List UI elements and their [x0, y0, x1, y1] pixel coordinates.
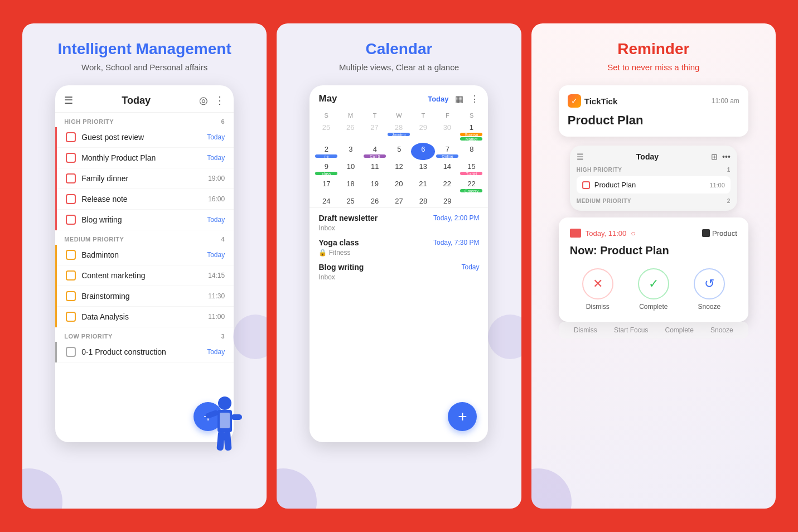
snooze-label: Snooze: [698, 303, 720, 311]
panel-reminder: Reminder Set to never miss a thing ✓ Tic…: [531, 23, 776, 509]
small-grid-icon[interactable]: ⊞: [711, 152, 718, 161]
notification-task-title: Product Plan: [568, 113, 644, 127]
task-checkbox[interactable]: [66, 194, 76, 204]
small-task-time: 11:00: [709, 182, 725, 188]
task-checkbox[interactable]: [66, 215, 76, 225]
task-item[interactable]: Blog writing Today: [57, 210, 234, 230]
task-checkbox[interactable]: [66, 270, 76, 280]
task-checkbox[interactable]: [66, 132, 76, 142]
calendar-header: May Today ▦ ⋮: [309, 85, 488, 110]
alert-meta: Today, 11:00 ○ Product: [570, 229, 737, 238]
app-logo: ✓ TickTick: [568, 94, 618, 108]
small-checkbox[interactable]: [582, 181, 590, 189]
agenda-item[interactable]: Yoga class Today, 7:30 PM 🔒 Fitness: [318, 238, 479, 257]
bottom-start-focus[interactable]: Start Focus: [614, 326, 648, 334]
low-priority-section: LOW PRIORITY 3: [55, 327, 234, 342]
task-item[interactable]: Family dinner 19:00: [57, 168, 234, 189]
agenda-item[interactable]: Blog writing Today Inbox: [318, 263, 479, 282]
ticktick-icon: ✓: [568, 94, 581, 108]
bottom-action-bar: Dismiss Start Focus Complete Snooze: [559, 322, 748, 338]
small-hamburger-icon[interactable]: ☰: [577, 152, 584, 161]
panel-calendar: Calendar Multiple views, Clear at a glan…: [277, 23, 521, 509]
calendar-week: 9 class 10 11 12 13 14 15 T-shirt: [314, 160, 483, 177]
task-checkbox[interactable]: [66, 153, 76, 163]
task-item[interactable]: Guest post review Today: [57, 127, 234, 148]
grid-view-icon[interactable]: ▦: [455, 94, 463, 104]
task-item[interactable]: 0-1 Product construction Today: [57, 342, 234, 362]
app-name: TickTick: [584, 96, 618, 106]
phone-1-header: ☰ Today ◎ ⋮: [55, 85, 234, 113]
small-today-label: Today: [636, 152, 659, 161]
task-item[interactable]: Release note 16:00: [57, 189, 234, 210]
product-tag: Product: [702, 229, 737, 238]
panel-3-title: Reminder: [617, 40, 689, 58]
task-checkbox[interactable]: [66, 347, 76, 357]
main-container: Intelligent Management Work, School and …: [0, 0, 798, 532]
task-item[interactable]: Monthly Product Plan Today: [57, 148, 234, 168]
task-checkbox[interactable]: [66, 312, 76, 322]
svg-rect-3: [231, 414, 242, 420]
alert-flag-icon: [570, 229, 581, 238]
agenda-item[interactable]: Draft newsletter Today, 2:00 PM Inbox: [318, 214, 479, 233]
task-item[interactable]: Content marketing 14:15: [57, 265, 234, 286]
task-item[interactable]: Badminton Today: [57, 245, 234, 265]
snooze-circle[interactable]: ↺: [694, 268, 725, 299]
alert-title: Now: Product Plan: [570, 244, 737, 257]
complete-circle[interactable]: ✓: [638, 268, 669, 299]
high-priority-group: Guest post review Today Monthly Product …: [55, 127, 234, 230]
timer-icon[interactable]: ◎: [199, 94, 208, 107]
bottom-snooze[interactable]: Snooze: [710, 326, 733, 334]
panel-1-title: Intelligent Management: [58, 40, 231, 58]
notification-time: 11:00 am: [712, 97, 739, 105]
svg-rect-5: [224, 431, 232, 451]
day-names-row: S M T W T F S: [314, 110, 483, 121]
phone-1-mockup: ☰ Today ◎ ⋮ HIGH PRIORITY 6 Guest post r…: [55, 85, 234, 442]
panel-1-subtitle: Work, School and Personal affairs: [81, 62, 207, 72]
bottom-complete[interactable]: Complete: [665, 326, 694, 334]
dismiss-circle[interactable]: ✕: [582, 268, 613, 299]
blob-4: [488, 315, 521, 359]
calendar-week: 2 ne 3 4 Call S 5 6: [314, 143, 483, 160]
panel-3-subtitle: Set to never miss a thing: [607, 62, 699, 72]
more-icon[interactable]: ⋮: [215, 94, 225, 107]
medium-priority-group: Badminton Today Content marketing 14:15 …: [55, 245, 234, 327]
small-phone-header: ☰ Today ⊞ •••: [577, 152, 731, 161]
complete-action[interactable]: ✓ Complete: [638, 268, 669, 311]
blob-3: [277, 468, 317, 509]
svg-rect-4: [217, 431, 225, 451]
product-color-swatch: [702, 229, 710, 237]
small-dots-icon[interactable]: •••: [722, 152, 731, 161]
bottom-dismiss[interactable]: Dismiss: [574, 326, 597, 334]
today-button[interactable]: Today: [428, 95, 448, 103]
clock-icon: ○: [631, 229, 635, 238]
alert-actions: ✕ Dismiss ✓ Complete ↺ Snooze: [570, 268, 737, 311]
calendar-week: 17 18 19 20 21 22 22 Grocery: [314, 177, 483, 195]
calendar-week: 25 26 27 28 Jogging 29 30 1 Sponso Marke…: [314, 121, 483, 143]
task-item[interactable]: Data Analysis 11:00: [57, 307, 234, 327]
small-task-name: Product Plan: [594, 181, 705, 189]
small-header-icons: ⊞ •••: [711, 152, 731, 161]
small-task-item[interactable]: Product Plan 11:00: [577, 176, 731, 194]
blob-1: [22, 468, 62, 509]
task-checkbox[interactable]: [66, 291, 76, 301]
task-item[interactable]: Brainstorming 11:30: [57, 286, 234, 307]
calendar-grid: S M T W T F S 25 26 27 28 Jogging: [309, 110, 488, 207]
header-icons: ◎ ⋮: [199, 94, 225, 107]
blob-2: [233, 315, 267, 359]
snooze-action[interactable]: ↺ Snooze: [694, 268, 725, 311]
agenda-section: Draft newsletter Today, 2:00 PM Inbox Yo…: [309, 207, 488, 293]
dismiss-action[interactable]: ✕ Dismiss: [582, 268, 613, 311]
svg-rect-2: [205, 409, 219, 419]
add-event-button[interactable]: +: [448, 402, 477, 431]
calendar-week: 24 25 26 27 28 29: [314, 195, 483, 207]
more-dots-icon[interactable]: ⋮: [470, 94, 479, 104]
small-high-priority-label: HIGH PRIORITY 1: [577, 167, 731, 173]
today-label: Today: [122, 95, 151, 107]
low-priority-group: 0-1 Product construction Today: [55, 342, 234, 362]
alert-time: Today, 11:00: [586, 229, 626, 238]
panel-2-title: Calendar: [366, 40, 433, 58]
notification-card: ✓ TickTick 11:00 am Product Plan: [559, 85, 748, 137]
task-checkbox[interactable]: [66, 173, 76, 183]
task-checkbox[interactable]: [66, 250, 76, 260]
hamburger-icon[interactable]: ☰: [64, 94, 73, 107]
